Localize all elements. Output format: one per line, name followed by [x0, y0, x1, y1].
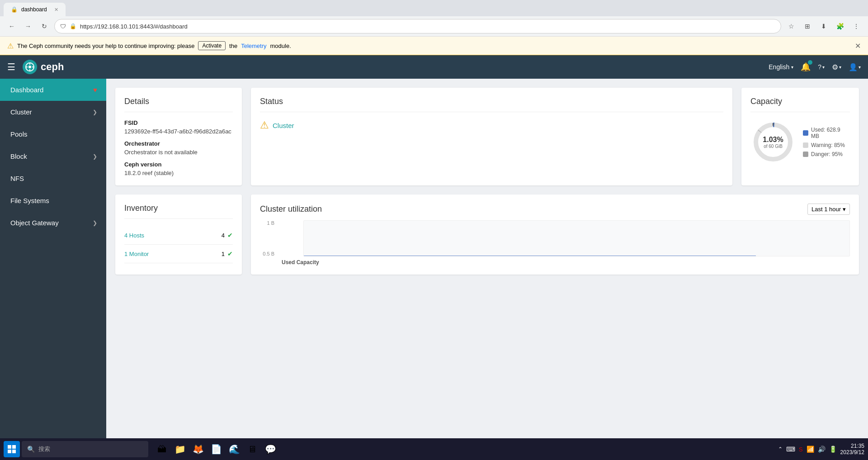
sidebar-item-nfs[interactable]: NFS	[0, 167, 106, 190]
taskbar-app-landscape[interactable]: 🏔	[154, 441, 170, 451]
chevron-right-icon-block: ❯	[93, 153, 97, 160]
help-button[interactable]: ? ▾	[818, 63, 825, 71]
taskbar-app-firefox[interactable]: 🦊	[190, 441, 206, 451]
search-icon: 🔍	[27, 446, 35, 451]
sidebar-label-cluster: Cluster	[10, 108, 32, 116]
fsid-label: FSID	[124, 119, 233, 126]
url-text: https://192.168.10.101:8443/#/dashboard	[80, 23, 188, 30]
sidebar-item-block[interactable]: Block ❯	[0, 145, 106, 167]
fsid-value: 1293692e-ff54-43d7-a6b2-f96d82d2a6ac	[124, 128, 233, 135]
time-range-select[interactable]: Last 1 hour ▾	[807, 204, 850, 215]
ceph-version-label: Ceph version	[124, 161, 233, 168]
monitor-count: 1 ✔	[222, 250, 233, 257]
user-caret: ▾	[859, 65, 861, 70]
capacity-inner: 1.03% of 60 GiB Used: 628.9 MB W	[750, 119, 850, 165]
sidebar-item-cluster[interactable]: Cluster ❯	[0, 101, 106, 123]
cards-row-2: Inventory 4 Hosts 4 ✔ 1 Monitor 1 ✔	[115, 194, 859, 275]
extensions-icon[interactable]: 🧩	[834, 20, 846, 33]
taskbar-apps: 🏔 📁 🦊 📄 🌊 🖥 💬	[154, 441, 278, 451]
menu-button[interactable]: ⋮	[850, 20, 863, 33]
alert-banner: ⚠ The Ceph community needs your help to …	[0, 37, 868, 55]
taskbar-app-folder[interactable]: 📁	[172, 441, 188, 451]
status-card: Status ⚠ Cluster	[251, 88, 732, 185]
help-icon: ?	[818, 63, 821, 71]
legend-used-label: Used: 628.9 MB	[811, 127, 850, 139]
bookmark-button[interactable]: ☆	[785, 20, 797, 33]
gear-icon: ⚙	[832, 63, 838, 71]
refresh-button[interactable]: ↻	[38, 20, 51, 33]
sidebar-item-file-systems[interactable]: File Systems	[0, 190, 106, 212]
taskbar-up-arrow[interactable]: ⌃	[778, 446, 783, 451]
taskbar-app-wechat[interactable]: 💬	[262, 441, 278, 451]
tab-close[interactable]: ✕	[54, 7, 58, 13]
tab-favicon: 🔒	[11, 6, 18, 13]
monitor-link[interactable]: 1 Monitor	[124, 251, 149, 257]
back-button[interactable]: ←	[5, 20, 18, 33]
utilization-card: Cluster utilization Last 1 hour ▾ 1 B 0.…	[251, 194, 859, 275]
user-icon: 👤	[849, 63, 858, 71]
settings-button[interactable]: ⚙ ▾	[832, 63, 841, 71]
activate-button[interactable]: Activate	[198, 41, 226, 50]
time-caret: ▾	[843, 206, 846, 213]
alert-text-before: The Ceph community needs your help to co…	[17, 43, 194, 49]
details-card: Details FSID 1293692e-ff54-43d7-a6b2-f96…	[115, 88, 242, 185]
pocket-icon[interactable]: ⊞	[801, 20, 814, 33]
taskbar-volume-icon[interactable]: 🔊	[818, 446, 826, 451]
taskbar-keyboard-icon[interactable]: ⌨	[786, 446, 795, 451]
taskbar-app-edge[interactable]: 🌊	[226, 441, 242, 451]
chart-area: Used Capacity	[282, 220, 850, 266]
lock-icon: 🔒	[70, 23, 76, 29]
taskbar-app-pdf[interactable]: 📄	[208, 441, 224, 451]
shield-icon: 🛡	[60, 23, 66, 30]
status-warning: ⚠ Cluster	[260, 119, 723, 131]
monitor-check-icon: ✔	[227, 250, 233, 257]
sidebar-item-object-gateway[interactable]: Object Gateway ❯	[0, 212, 106, 234]
user-menu-button[interactable]: 👤 ▾	[849, 63, 861, 71]
legend-warning-label: Warning: 85%	[811, 142, 845, 148]
orchestrator-label: Orchestrator	[124, 140, 233, 147]
used-capacity-label: Used Capacity	[282, 259, 850, 266]
orchestrator-value: Orchestrator is not available	[124, 149, 233, 156]
language-button[interactable]: English ▾	[769, 63, 793, 71]
forward-button[interactable]: →	[22, 20, 34, 33]
capacity-of-label: of 60 GiB	[763, 144, 783, 149]
ceph-logo-icon	[23, 60, 37, 74]
clock-time: 21:35	[840, 443, 864, 449]
cards-row-1: Details FSID 1293692e-ff54-43d7-a6b2-f96…	[115, 88, 859, 185]
hamburger-menu[interactable]: ☰	[7, 62, 15, 72]
notifications-button[interactable]: 🔔	[801, 62, 811, 72]
sidebar-label-dashboard: Dashboard	[10, 86, 43, 94]
inventory-row-monitor: 1 Monitor 1 ✔	[124, 245, 233, 263]
sidebar-label-nfs: NFS	[10, 175, 24, 182]
telemetry-link[interactable]: Telemetry	[241, 43, 266, 49]
address-bar[interactable]: 🛡 🔒 https://192.168.10.101:8443/#/dashbo…	[54, 19, 781, 33]
start-button[interactable]	[4, 441, 20, 451]
donut-chart: 1.03% of 60 GiB	[750, 119, 796, 165]
sidebar-item-pools[interactable]: Pools	[0, 123, 106, 145]
inventory-card: Inventory 4 Hosts 4 ✔ 1 Monitor 1 ✔	[115, 194, 242, 275]
svg-point-1	[28, 66, 31, 68]
hosts-check-icon: ✔	[227, 232, 233, 239]
help-caret: ▾	[822, 65, 825, 70]
time-label: Last 1 hour	[811, 206, 841, 213]
legend-danger-dot	[803, 152, 808, 157]
chevron-right-icon: ❯	[93, 109, 97, 115]
taskbar-battery-icon[interactable]: 🔋	[829, 446, 837, 451]
y-label-top: 1 B	[260, 220, 274, 226]
chart-wrapper: 1 B 0.5 B	[260, 220, 850, 266]
status-warn-icon: ⚠	[260, 119, 269, 131]
taskbar-search[interactable]: 🔍 搜索	[22, 441, 148, 451]
taskbar-ime-icon[interactable]: S	[799, 446, 803, 452]
taskbar-wifi-icon[interactable]: 📶	[807, 446, 814, 451]
cluster-status-link[interactable]: Cluster	[273, 122, 294, 129]
sidebar-item-dashboard[interactable]: Dashboard ♥	[0, 79, 106, 101]
hosts-link[interactable]: 4 Hosts	[124, 232, 144, 239]
download-icon[interactable]: ⬇	[817, 20, 830, 33]
taskbar-app-remote[interactable]: 🖥	[244, 441, 260, 451]
tab-title: dashboard	[21, 6, 47, 13]
legend-used-dot	[803, 130, 808, 136]
hosts-count: 4 ✔	[222, 232, 233, 239]
browser-tab[interactable]: 🔒 dashboard ✕	[4, 3, 66, 16]
lang-caret: ▾	[791, 65, 793, 70]
alert-close-button[interactable]: ✕	[855, 42, 861, 50]
